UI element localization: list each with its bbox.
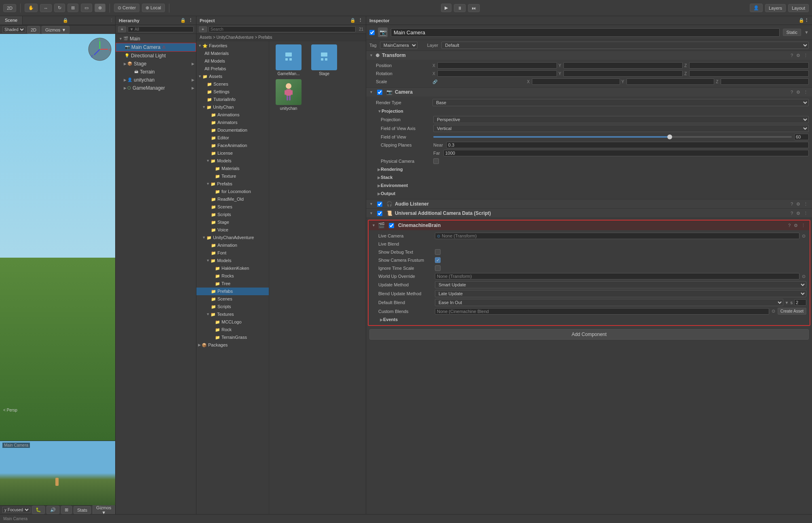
hier-item-gamemanager[interactable]: ▶ ⬡ GameManager ▶ <box>116 84 196 92</box>
stack-foldout-arrow[interactable]: ▶ <box>376 175 381 180</box>
scene-lock-btn[interactable]: 🔒 <box>63 16 68 25</box>
transform-settings-btn[interactable]: ⚙ <box>795 53 801 58</box>
step-btn[interactable]: ⏭ <box>468 4 480 12</box>
camera-comp-header[interactable]: ▼ 📷 Camera ? ⚙ ⋮ <box>366 88 812 97</box>
mode-2d-btn[interactable]: 2D <box>3 4 16 12</box>
cinemachine-settings-btn[interactable]: ⚙ <box>793 223 799 228</box>
events-arrow[interactable]: ▶ <box>378 317 383 322</box>
tree-item-tree[interactable]: 📁Tree <box>196 280 269 288</box>
universal-help-btn[interactable]: ? <box>790 211 794 216</box>
tree-item-terraingrass[interactable]: 📁TerrainGrass <box>196 334 269 341</box>
pause-btn[interactable]: ⏸ <box>454 4 466 12</box>
local-btn[interactable]: ⊕ Local <box>142 4 165 12</box>
focused-select[interactable]: y Focused <box>2 507 30 513</box>
asset-tile-stage[interactable]: Stage <box>308 44 340 76</box>
layer-select[interactable]: Default <box>441 42 809 49</box>
audio-settings-btn[interactable]: ⚙ <box>795 202 801 207</box>
hier-item-main[interactable]: ▼ 🎬 Main <box>116 35 196 43</box>
position-y-input[interactable]: 1 <box>563 62 683 69</box>
static-dropdown-icon[interactable]: ▼ <box>804 30 809 35</box>
create-asset-btn[interactable]: Create Asset <box>778 308 806 315</box>
tree-item-models[interactable]: ▼📁Models <box>196 157 269 165</box>
tree-item-scenes[interactable]: 📁Scenes <box>196 203 269 211</box>
tree-item-packages[interactable]: ▶ 📦 Packages <box>196 341 269 349</box>
fov-axis-select[interactable]: Vertical <box>433 125 809 132</box>
hier-item-unitychan[interactable]: ▶ 👤 unitychan ▶ <box>116 76 196 84</box>
universal-camera-header[interactable]: ▼ 📜 Universal Additional Camera Data (Sc… <box>366 209 812 218</box>
tree-item-scenes[interactable]: 📁Scenes <box>196 80 269 88</box>
transform-help-btn[interactable]: ? <box>790 53 794 58</box>
obj-name-input[interactable] <box>391 28 780 37</box>
hierarchy-lock-btn[interactable]: 🔒 <box>180 18 186 23</box>
show-frustum-checkbox[interactable]: ✓ <box>435 257 441 263</box>
render-type-select[interactable]: Base <box>432 99 809 106</box>
camera-enabled-check[interactable] <box>377 90 382 95</box>
tree-item-all-prefabs[interactable]: All Prefabs <box>196 65 269 73</box>
tag-select[interactable]: MainCamera <box>380 42 418 49</box>
asset-tile-gameman[interactable]: GameMan... <box>272 44 305 76</box>
tree-item-materials[interactable]: 📁Materials <box>196 165 269 172</box>
tree-item-scenes[interactable]: 📁Scenes <box>196 295 269 303</box>
cinemachine-more-btn[interactable]: ⋮ <box>800 223 806 228</box>
fov-slider-thumb[interactable] <box>667 134 672 139</box>
layers-btn[interactable]: Layers <box>765 4 786 12</box>
add-component-btn[interactable]: Add Component <box>369 329 809 340</box>
tree-item-favorites[interactable]: ▼ ⭐ Favorites <box>196 42 269 50</box>
tree-item-unitychanadventure[interactable]: ▼📁UnityChanAdventure <box>196 234 269 242</box>
tree-item-animations[interactable]: 📁Animations <box>196 111 269 119</box>
tree-item-font[interactable]: 📁Font <box>196 249 269 257</box>
tree-item-prefabs[interactable]: ▼📁Prefabs <box>196 180 269 188</box>
hier-item-terrain[interactable]: 🏔 Terrain <box>116 68 196 76</box>
transform-more-btn[interactable]: ⋮ <box>803 53 809 58</box>
universal-more-btn[interactable]: ⋮ <box>803 211 809 216</box>
tree-item-stage[interactable]: 📁Stage <box>196 218 269 226</box>
audio-enabled-check[interactable] <box>377 202 382 207</box>
cinemachine-help-btn[interactable]: ? <box>787 223 791 228</box>
tree-item-mcclogo[interactable]: 📁MCCLogo <box>196 318 269 326</box>
fov-slider-track[interactable] <box>433 136 792 138</box>
hier-item-dir-light[interactable]: 💡 Directional Light <box>116 52 196 60</box>
camera-help-btn[interactable]: ? <box>790 90 794 95</box>
update-method-select[interactable]: Smart Update <box>435 281 806 288</box>
static-btn[interactable]: Static <box>783 29 801 36</box>
world-up-ref[interactable]: None (Transform) <box>435 273 799 279</box>
tree-item-animators[interactable]: 📁Animators <box>196 119 269 126</box>
tree-item-readme_old[interactable]: 📁ReadMe_Old <box>196 195 269 203</box>
project-menu-btn[interactable]: ⋮ <box>358 18 363 23</box>
tree-item-scripts[interactable]: 📁Scripts <box>196 303 269 311</box>
clipping-far-input[interactable] <box>443 150 809 156</box>
position-x-input[interactable]: 0 <box>437 62 557 69</box>
tree-item-rock[interactable]: 📁Rock <box>196 326 269 334</box>
universal-settings-btn[interactable]: ⚙ <box>795 211 801 216</box>
account-btn[interactable]: 👤 <box>750 4 763 12</box>
scene-menu-btn[interactable]: ⋮ <box>108 16 115 25</box>
move-tool-btn[interactable]: ↔ <box>40 4 52 12</box>
hierarchy-add-btn[interactable]: + <box>118 26 126 32</box>
play-btn[interactable]: ▶ <box>441 4 451 12</box>
hand-tool-btn[interactable]: ✋ <box>25 4 38 12</box>
fov-value-input[interactable] <box>794 134 809 140</box>
scale-y-input[interactable]: 1 <box>626 78 715 85</box>
tree-item-rocks[interactable]: 📁Rocks <box>196 272 269 280</box>
inspector-menu-btn[interactable]: ⋮ <box>804 18 809 23</box>
tree-item-documentation[interactable]: 📁Documentation <box>196 126 269 134</box>
tree-item-voice[interactable]: 📁Voice <box>196 226 269 234</box>
tree-item-license[interactable]: 📁License <box>196 149 269 157</box>
clipping-near-input[interactable] <box>446 142 809 148</box>
physical-camera-checkbox[interactable] <box>433 158 439 164</box>
custom-blends-ref[interactable]: None (Cinemachine Blend <box>435 308 769 315</box>
tab-scene[interactable]: Scene <box>0 16 23 25</box>
obj-active-checkbox[interactable] <box>369 30 375 35</box>
tree-item-scripts[interactable]: 📁Scripts <box>196 211 269 218</box>
inspector-lock-btn[interactable]: 🔒 <box>799 18 804 23</box>
custom-blends-pick-btn[interactable]: ⊙ <box>771 309 776 314</box>
scene-viewport[interactable]: X Y Z < Persp <box>0 34 115 441</box>
2d-toggle-btn[interactable]: 2D <box>27 26 40 34</box>
rotation-x-input[interactable]: 0 <box>437 70 557 77</box>
transform-tool-btn[interactable]: ⊕ <box>95 4 105 12</box>
scene-audio-btn[interactable]: 🔊 <box>46 506 59 514</box>
cinemachine-enabled-check[interactable] <box>389 223 394 228</box>
universal-enabled-check[interactable] <box>377 211 382 216</box>
stats-btn[interactable]: Stats <box>74 506 91 514</box>
tree-item-prefabs[interactable]: 📁Prefabs <box>196 288 269 295</box>
